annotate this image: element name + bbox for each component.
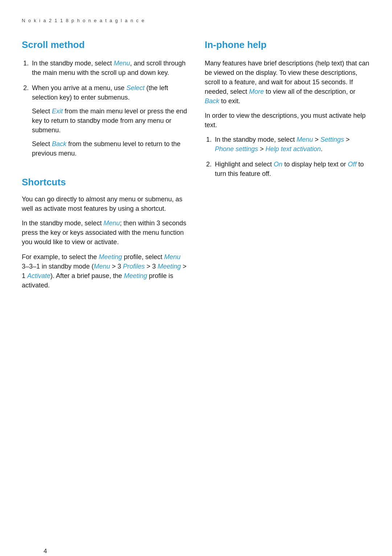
menu-link-3: Menu	[164, 253, 180, 261]
right-column: In-phone help Many features have brief d…	[205, 38, 370, 295]
help-step-2-text: Highlight and select On to display help …	[215, 161, 364, 177]
help-step-2: Highlight and select On to display help …	[213, 160, 370, 178]
profiles-link: Profiles	[123, 263, 145, 270]
meeting-link-1: Meeting	[99, 253, 122, 261]
in-phone-help-list: In the standby mode, select Menu > Setti…	[205, 135, 370, 178]
meeting-link-3: Meeting	[124, 272, 147, 279]
shortcuts-title: Shortcuts	[22, 176, 187, 189]
select-link: Select	[126, 84, 144, 92]
menu-link-2: Menu	[103, 219, 120, 227]
help-step-1: In the standby mode, select Menu > Setti…	[213, 135, 370, 154]
in-phone-help-second: In order to view the descriptions, you m…	[205, 111, 370, 130]
shortcuts-para-3: For example, to select the Meeting profi…	[22, 252, 187, 290]
page-header: N o k i a 2 1 1 8 p h o n e a t a g l a …	[22, 17, 370, 24]
scroll-sub-para-1: Select Exit from the main menu level or …	[32, 106, 187, 135]
scroll-step-2-text: When you arrive at a menu, use Select (t…	[32, 84, 168, 101]
scroll-method-list: In the standby mode, select Menu, and sc…	[22, 59, 187, 158]
help-text-link: Help text activation	[266, 145, 321, 153]
scroll-step-1-text: In the standby mode, select Menu, and sc…	[32, 60, 185, 76]
activate-link: Activate	[27, 272, 50, 279]
shortcuts-section: Shortcuts You can go directly to almost …	[22, 176, 187, 290]
shortcuts-para-1: You can go directly to almost any menu o…	[22, 194, 187, 213]
in-phone-help-title: In-phone help	[205, 38, 370, 52]
back-link-1: Back	[52, 140, 66, 148]
page-number: 4	[44, 547, 47, 556]
menu-link-4: Menu	[94, 263, 110, 270]
on-link: On	[274, 161, 282, 168]
help-step-1-text: In the standby mode, select Menu > Setti…	[215, 136, 350, 153]
scroll-step-2: When you arrive at a menu, use Select (t…	[30, 83, 187, 158]
menu-link-5: Menu	[297, 136, 313, 143]
scroll-sub-para-2: Select Back from the submenu level to re…	[32, 139, 187, 158]
back-link-2: Back	[205, 97, 219, 105]
in-phone-help-intro: Many features have brief descriptions (h…	[205, 59, 370, 106]
exit-link: Exit	[52, 108, 63, 115]
scroll-method-title: Scroll method	[22, 38, 187, 52]
scroll-step-1: In the standby mode, select Menu, and sc…	[30, 59, 187, 77]
more-link: More	[249, 88, 264, 95]
phone-settings-link: Phone settings	[215, 145, 258, 153]
meeting-link-2: Meeting	[158, 263, 181, 270]
left-column: Scroll method In the standby mode, selec…	[22, 38, 187, 295]
in-phone-help-section: In-phone help Many features have brief d…	[205, 38, 370, 179]
off-link: Off	[348, 161, 356, 168]
scroll-method-section: Scroll method In the standby mode, selec…	[22, 38, 187, 158]
menu-link-1: Menu	[114, 60, 130, 67]
settings-link: Settings	[320, 136, 344, 143]
shortcuts-para-2: In the standby mode, select Menu; then w…	[22, 218, 187, 247]
